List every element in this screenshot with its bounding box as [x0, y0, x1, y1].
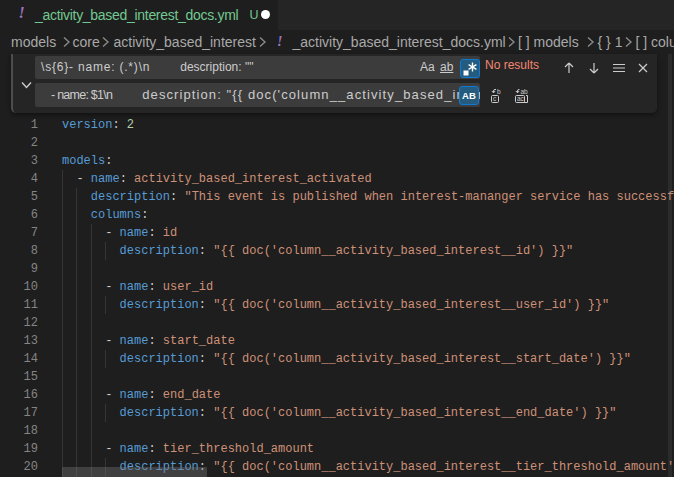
- svg-text:b: b: [497, 88, 501, 95]
- svg-text:ab: ab: [521, 88, 529, 95]
- svg-text:ac: ac: [517, 95, 525, 102]
- svg-text:c: c: [493, 95, 497, 102]
